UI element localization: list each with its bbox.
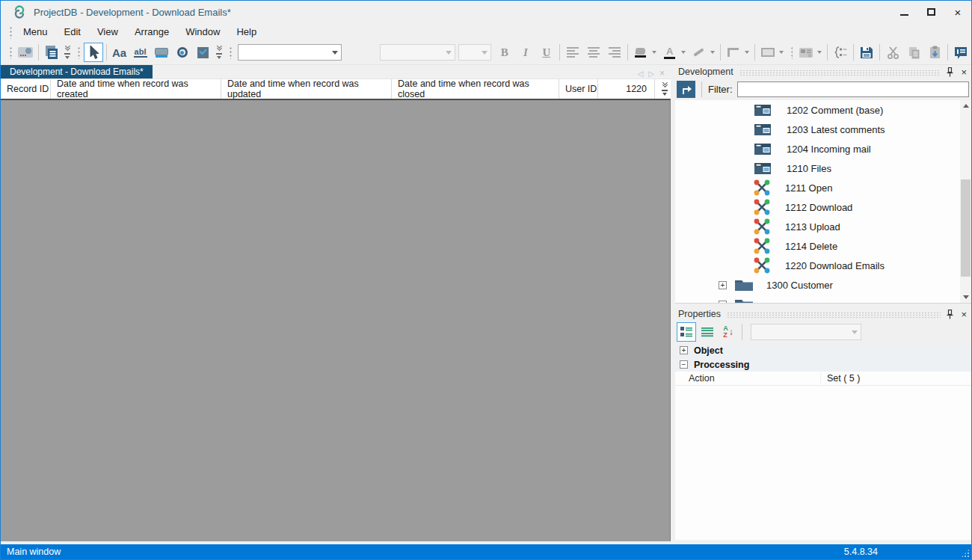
categorized-view-button[interactable] (677, 322, 696, 342)
border-dropdown-icon[interactable] (745, 51, 749, 54)
chevron-down-icon (65, 46, 70, 51)
process-icon (754, 199, 770, 215)
toolbar-grip-3[interactable] (228, 46, 232, 59)
bold-button[interactable]: B (495, 43, 514, 62)
menu-item-window[interactable]: Window (177, 25, 228, 39)
expand-plus-icon[interactable]: + (680, 346, 688, 354)
right-dock: Development × Filter: (671, 65, 971, 544)
pen-color-dropdown-icon[interactable] (710, 51, 715, 54)
underline-button[interactable]: U (537, 43, 556, 62)
properties-panel-close-icon[interactable]: × (961, 310, 967, 319)
scrollbar-thumb[interactable] (961, 179, 971, 277)
card-view-dropdown-icon[interactable] (817, 51, 822, 54)
tree-scrollbar[interactable] (960, 100, 971, 303)
menu-item-arrange[interactable]: Arrange (126, 25, 177, 39)
toolbar-grip-2[interactable] (76, 46, 80, 59)
toolbar-separator (720, 44, 721, 61)
expand-plus-icon[interactable]: + (719, 281, 727, 289)
scroll-down-icon[interactable] (960, 292, 971, 303)
italic-button[interactable]: I (516, 43, 535, 62)
style-combobox[interactable] (238, 44, 342, 61)
textbox-tool-button[interactable]: abl (131, 43, 150, 62)
column-header-closed[interactable]: Date and time when record was closed (392, 79, 559, 99)
tree-item[interactable]: 1214 Delete (675, 236, 960, 256)
toolbar-grip-4[interactable] (790, 46, 793, 59)
align-center-button[interactable] (584, 43, 603, 62)
property-value[interactable]: Set ( 5 ) (821, 373, 860, 384)
column-header-user-id[interactable]: User ID (559, 79, 598, 99)
layers-tool-button[interactable] (42, 43, 61, 62)
close-button[interactable]: × (944, 1, 971, 23)
tab-scroll-left-icon[interactable]: ◁ (638, 70, 644, 78)
fill-color-dropdown-icon[interactable] (652, 51, 656, 54)
pointer-tool-button[interactable] (84, 43, 103, 62)
alphabetical-view-button[interactable] (698, 322, 717, 342)
toolbar-grip-1[interactable] (8, 46, 12, 59)
tree-item[interactable]: 1213 Upload (675, 217, 960, 236)
toolbar-separator (742, 324, 742, 340)
fill-color-button[interactable] (631, 43, 650, 62)
maximize-button[interactable] (917, 1, 944, 23)
border-corner-button[interactable] (724, 43, 743, 62)
toolbar-overflow-button[interactable] (215, 46, 224, 59)
pin-icon[interactable] (947, 67, 953, 77)
filter-input[interactable] (737, 81, 970, 97)
scroll-up-icon[interactable] (960, 100, 971, 111)
image-tool-button[interactable] (16, 43, 35, 62)
outline-button[interactable] (831, 43, 850, 62)
column-header-id-value[interactable]: 1220 (598, 79, 655, 99)
resize-grip-icon[interactable] (961, 549, 970, 558)
sort-az-button[interactable]: AZ ↓ (719, 322, 738, 342)
tree-item[interactable]: 1203 Latest comments (675, 120, 960, 139)
menu-item-help[interactable]: Help (228, 25, 265, 39)
property-row-action[interactable]: Action Set ( 5 ) (675, 372, 971, 386)
font-color-dropdown-icon[interactable] (681, 51, 686, 54)
column-header-created[interactable]: Date and time when record was created (51, 79, 221, 99)
tab-development-download-emails[interactable]: Development - Download Emails* (1, 65, 153, 79)
shape-button[interactable] (758, 43, 778, 62)
development-panel-close-icon[interactable]: × (961, 67, 967, 77)
toolbar-overflow-button[interactable] (64, 46, 72, 59)
font-color-icon: A (664, 46, 675, 59)
collapse-minus-icon[interactable]: − (680, 360, 688, 369)
align-left-button[interactable] (563, 43, 582, 62)
label-tool-button[interactable]: Aa (110, 43, 129, 62)
tree-item[interactable]: 1202 Comment (base) (675, 100, 960, 120)
checkbox-tool-button[interactable] (194, 43, 213, 62)
tree-item[interactable]: 1220 Download Emails (675, 256, 960, 275)
menu-item-edit[interactable]: Edit (56, 25, 89, 39)
navigate-button[interactable] (677, 81, 695, 98)
header-overflow-button[interactable] (655, 79, 668, 99)
menubar-grip[interactable] (8, 25, 12, 39)
button-tool-button[interactable] (152, 43, 171, 62)
expand-plus-icon[interactable] (719, 301, 727, 304)
category-proccessing[interactable]: − Proccessing (675, 357, 971, 372)
tab-scroll-right-icon[interactable]: ▷ (648, 70, 654, 78)
design-canvas[interactable] (1, 99, 671, 541)
tree-item[interactable]: 1211 Open (675, 178, 960, 197)
tab-close-icon[interactable]: × (659, 68, 665, 79)
comment-button[interactable] (951, 43, 971, 62)
tree-item-partial[interactable] (675, 295, 960, 303)
tree-item[interactable]: 1204 Incoming mail (675, 139, 960, 159)
minimize-button[interactable] (891, 1, 917, 23)
save-button[interactable] (857, 43, 876, 62)
paste-button[interactable] (925, 43, 944, 62)
category-object[interactable]: + Object (675, 343, 971, 357)
copy-button[interactable] (904, 43, 923, 62)
menu-item-view[interactable]: View (89, 25, 126, 39)
pen-color-button[interactable] (689, 43, 709, 62)
tree-item[interactable]: 1212 Download (675, 197, 960, 217)
radio-tool-button[interactable] (173, 43, 192, 62)
shape-dropdown-icon[interactable] (779, 51, 784, 54)
menu-item-menu[interactable]: Menu (15, 25, 56, 39)
tree-item[interactable]: + 1300 Customer (675, 275, 960, 295)
column-header-updated[interactable]: Date and time when record was updated (221, 79, 392, 99)
tree-item[interactable]: 1210 Files (675, 159, 960, 178)
font-color-button[interactable]: A (660, 43, 680, 62)
column-header-record-id[interactable]: Record ID (1, 79, 51, 99)
pin-icon[interactable] (947, 310, 953, 319)
cut-button[interactable] (883, 43, 902, 62)
card-view-button[interactable] (796, 43, 816, 62)
align-right-button[interactable] (605, 43, 624, 62)
